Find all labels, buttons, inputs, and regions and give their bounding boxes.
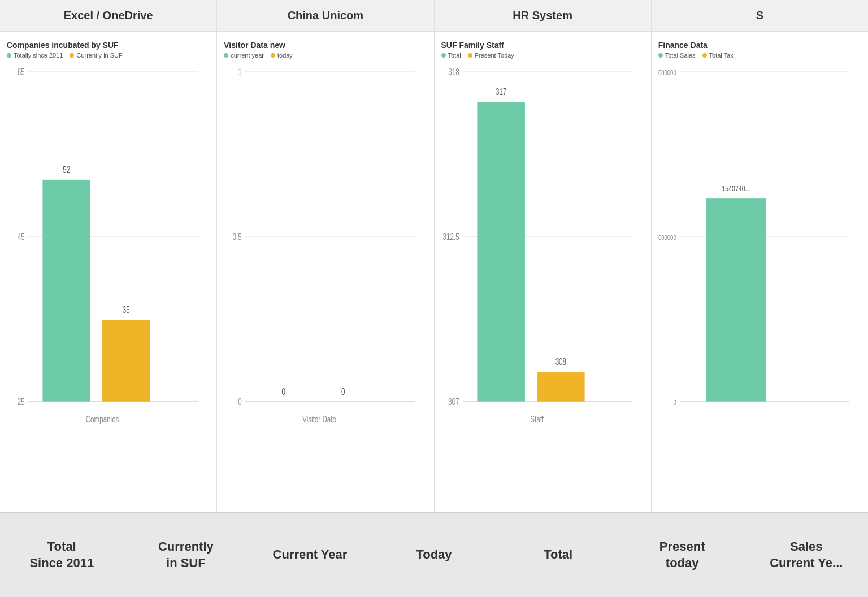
svg-text:312.5: 312.5 bbox=[442, 232, 459, 242]
svg-text:0.5: 0.5 bbox=[233, 232, 242, 242]
svg-text:Staff: Staff bbox=[530, 414, 544, 425]
svg-rect-40 bbox=[706, 198, 766, 402]
stat-total: Total bbox=[496, 513, 620, 597]
legend-total-sales: Total Sales bbox=[658, 52, 696, 59]
legend-dot-green-3 bbox=[441, 53, 446, 58]
svg-text:1: 1 bbox=[238, 67, 241, 77]
chart-title-unicom: Visitor Data new bbox=[224, 41, 427, 50]
svg-text:0: 0 bbox=[238, 396, 241, 407]
chart-svg-excel: 65 45 25 52 35 Com bbox=[7, 63, 210, 508]
stat-today: Today bbox=[372, 513, 497, 597]
chart-panel-hr: SUF Family Staff Total Present Today 318… bbox=[435, 32, 652, 512]
svg-text:Companies: Companies bbox=[86, 414, 119, 425]
header-finance: S bbox=[652, 0, 868, 31]
svg-text:250000000: 250000000 bbox=[658, 68, 676, 76]
legend-dot-green-4 bbox=[658, 53, 663, 58]
svg-text:125000000: 125000000 bbox=[658, 233, 676, 242]
legend-dot-green-2 bbox=[224, 53, 228, 58]
chart-svg-unicom: 1 0.5 0 0 0 Visitor Date bbox=[224, 63, 427, 508]
header-excel: Excel / OneDrive bbox=[0, 0, 217, 31]
svg-rect-28 bbox=[477, 102, 525, 402]
svg-rect-30 bbox=[537, 372, 585, 402]
svg-text:35: 35 bbox=[123, 304, 130, 315]
svg-text:318: 318 bbox=[448, 67, 459, 77]
legend-currently: Currently in SUF bbox=[70, 52, 122, 59]
chart-title-excel: Companies incubated by SUF bbox=[7, 41, 210, 50]
legend-dot-yellow-4 bbox=[702, 53, 707, 58]
stat-sales-current-year: SalesCurrent Ye... bbox=[744, 513, 868, 597]
stats-row: TotalSince 2011 Currentlyin SUF Current … bbox=[0, 512, 868, 597]
legend-current-year: current year bbox=[224, 52, 264, 59]
legend-dot-yellow-1 bbox=[70, 53, 74, 58]
svg-text:307: 307 bbox=[448, 396, 459, 407]
stat-total-since-2011: TotalSince 2011 bbox=[0, 513, 124, 597]
chart-legend-hr: Total Present Today bbox=[441, 52, 644, 59]
legend-totally: Totally since 2011 bbox=[7, 52, 63, 59]
chart-legend-unicom: current year today bbox=[224, 52, 427, 59]
chart-legend-finance: Total Sales Total Tax bbox=[658, 52, 861, 59]
legend-total-tax: Total Tax bbox=[702, 52, 734, 59]
svg-text:52: 52 bbox=[63, 164, 70, 175]
header-row: Excel / OneDrive China Unicom HR System … bbox=[0, 0, 868, 32]
legend-dot-yellow-3 bbox=[468, 53, 472, 58]
header-china-unicom: China Unicom bbox=[217, 0, 434, 31]
svg-rect-6 bbox=[42, 180, 90, 402]
header-hr-system: HR System bbox=[435, 0, 652, 31]
svg-rect-8 bbox=[102, 320, 150, 402]
stat-present-today: Presenttoday bbox=[620, 513, 745, 597]
legend-today: today bbox=[271, 52, 293, 59]
stat-currently-in-suf: Currentlyin SUF bbox=[124, 513, 249, 597]
chart-title-hr: SUF Family Staff bbox=[441, 41, 644, 50]
svg-text:Visitor Date: Visitor Date bbox=[302, 414, 336, 425]
chart-panel-unicom: Visitor Data new current year today 1 0.… bbox=[217, 32, 434, 512]
legend-present-today: Present Today bbox=[468, 52, 514, 59]
chart-svg-finance: 250000000 125000000 0 1540740... bbox=[658, 63, 861, 508]
svg-text:308: 308 bbox=[555, 356, 566, 367]
svg-text:1540740...: 1540740... bbox=[722, 184, 750, 193]
svg-text:65: 65 bbox=[18, 67, 25, 77]
page-container: Excel / OneDrive China Unicom HR System … bbox=[0, 0, 868, 597]
svg-text:0: 0 bbox=[673, 398, 676, 407]
chart-panel-excel: Companies incubated by SUF Totally since… bbox=[0, 32, 217, 512]
chart-panel-finance: Finance Data Total Sales Total Tax 25000… bbox=[652, 32, 868, 512]
charts-row: Companies incubated by SUF Totally since… bbox=[0, 32, 868, 512]
chart-title-finance: Finance Data bbox=[658, 41, 861, 50]
svg-text:0: 0 bbox=[341, 386, 345, 397]
svg-text:45: 45 bbox=[18, 232, 25, 242]
svg-text:25: 25 bbox=[18, 396, 25, 407]
legend-dot-green-1 bbox=[7, 53, 11, 58]
stat-current-year: Current Year bbox=[248, 513, 372, 597]
chart-legend-excel: Totally since 2011 Currently in SUF bbox=[7, 52, 210, 59]
legend-dot-yellow-2 bbox=[271, 53, 275, 58]
chart-svg-hr: 318 312.5 307 317 308 Staff bbox=[441, 63, 644, 508]
legend-total-hr: Total bbox=[441, 52, 461, 59]
svg-text:317: 317 bbox=[495, 86, 506, 97]
svg-text:0: 0 bbox=[282, 386, 285, 397]
